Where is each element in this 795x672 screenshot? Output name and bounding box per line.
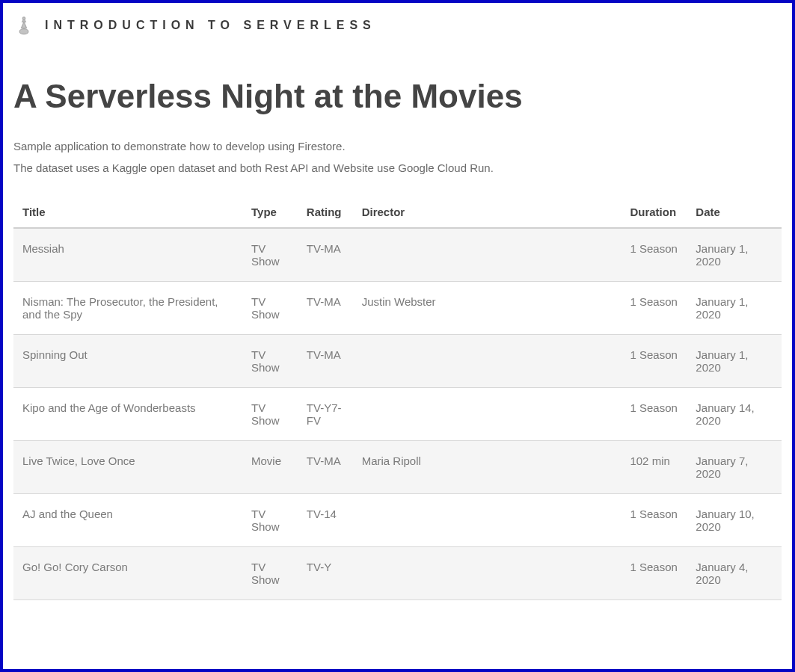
cell-rating: TV-MA	[298, 282, 353, 335]
table-row: MessiahTV ShowTV-MA1 SeasonJanuary 1, 20…	[13, 228, 782, 282]
cell-director	[353, 388, 621, 441]
cell-duration: 1 Season	[621, 335, 687, 388]
cell-date: January 1, 2020	[687, 282, 782, 335]
table-row: Kipo and the Age of WonderbeastsTV ShowT…	[13, 388, 782, 441]
cell-date: January 10, 2020	[687, 494, 782, 547]
page-heading: A Serverless Night at the Movies	[13, 78, 782, 115]
cell-date: January 7, 2020	[687, 441, 782, 494]
cell-duration: 1 Season	[621, 228, 687, 282]
cell-duration: 1 Season	[621, 494, 687, 547]
table-header-row: Title Type Rating Director Duration Date	[13, 197, 782, 228]
header-duration-col: Duration	[621, 197, 687, 228]
svg-point-1	[22, 17, 25, 20]
cell-rating: TV-MA	[298, 228, 353, 282]
cell-rating: TV-MA	[298, 335, 353, 388]
cell-date: January 1, 2020	[687, 335, 782, 388]
header-title: Introduction to Serverless	[45, 19, 376, 32]
cell-date: January 4, 2020	[687, 547, 782, 600]
cell-date: January 14, 2020	[687, 388, 782, 441]
page-header: Introduction to Serverless	[3, 3, 792, 48]
cell-title: Kipo and the Age of Wonderbeasts	[13, 388, 242, 441]
logo-icon	[13, 15, 34, 36]
cell-director: Maria Ripoll	[353, 441, 621, 494]
table-row: Spinning OutTV ShowTV-MA1 SeasonJanuary …	[13, 335, 782, 388]
cell-director	[353, 228, 621, 282]
header-type-col: Type	[242, 197, 298, 228]
table-row: AJ and the QueenTV ShowTV-141 SeasonJanu…	[13, 494, 782, 547]
cell-date: January 1, 2020	[687, 228, 782, 282]
cell-rating: TV-Y7-FV	[298, 388, 353, 441]
cell-type: TV Show	[242, 335, 298, 388]
header-rating-col: Rating	[298, 197, 353, 228]
cell-director	[353, 547, 621, 600]
cell-title: Go! Go! Cory Carson	[13, 547, 242, 600]
table-row: Nisman: The Prosecutor, the President, a…	[13, 282, 782, 335]
table-row: Go! Go! Cory CarsonTV ShowTV-Y1 SeasonJa…	[13, 547, 782, 600]
cell-title: AJ and the Queen	[13, 494, 242, 547]
header-date-col: Date	[687, 197, 782, 228]
movies-table: Title Type Rating Director Duration Date…	[13, 197, 782, 600]
page-container: Introduction to Serverless A Serverless …	[3, 3, 792, 669]
cell-type: TV Show	[242, 388, 298, 441]
cell-title: Messiah	[13, 228, 242, 282]
cell-rating: TV-Y	[298, 547, 353, 600]
cell-director	[353, 335, 621, 388]
cell-duration: 1 Season	[621, 388, 687, 441]
cell-title: Live Twice, Love Once	[13, 441, 242, 494]
cell-rating: TV-MA	[298, 441, 353, 494]
header-director-col: Director	[353, 197, 621, 228]
cell-type: TV Show	[242, 547, 298, 600]
cell-director	[353, 494, 621, 547]
cell-type: Movie	[242, 441, 298, 494]
cell-title: Nisman: The Prosecutor, the President, a…	[13, 282, 242, 335]
cell-director: Justin Webster	[353, 282, 621, 335]
cell-duration: 1 Season	[621, 282, 687, 335]
description-line-1: Sample application to demonstrate how to…	[13, 136, 782, 158]
cell-duration: 1 Season	[621, 547, 687, 600]
cell-rating: TV-14	[298, 494, 353, 547]
svg-point-0	[19, 29, 28, 34]
header-title-col: Title	[13, 197, 242, 228]
cell-duration: 102 min	[621, 441, 687, 494]
cell-type: TV Show	[242, 494, 298, 547]
cell-title: Spinning Out	[13, 335, 242, 388]
main-content: A Serverless Night at the Movies Sample …	[3, 78, 792, 611]
description-line-2: The dataset uses a Kaggle open dataset a…	[13, 158, 782, 179]
cell-type: TV Show	[242, 282, 298, 335]
cell-type: TV Show	[242, 228, 298, 282]
table-row: Live Twice, Love OnceMovieTV-MAMaria Rip…	[13, 441, 782, 494]
